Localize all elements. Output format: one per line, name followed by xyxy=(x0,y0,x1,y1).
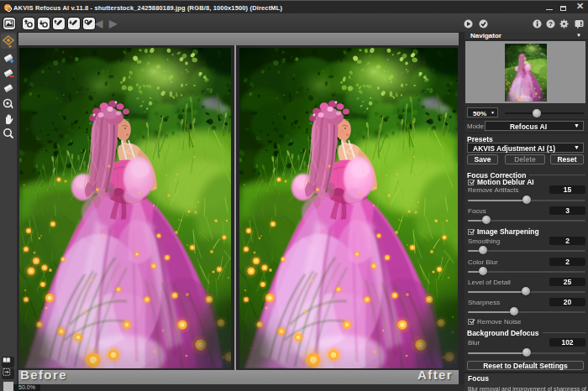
svg-text:?: ? xyxy=(549,20,553,28)
